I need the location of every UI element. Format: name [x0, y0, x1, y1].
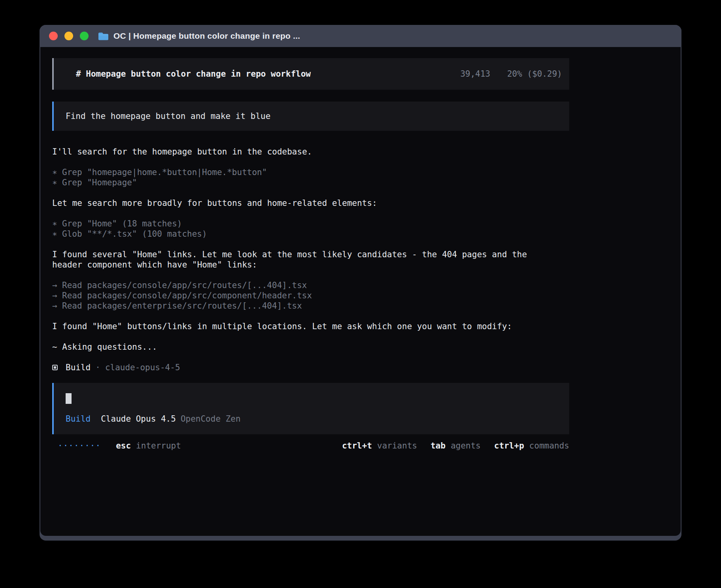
tool-call-group: ∗Grep "Home" (18 matches) ∗Glob "**/*.ts…: [52, 219, 545, 239]
token-count: 39,413: [460, 69, 490, 79]
agent-status-line: Build · claude-opus-4-5: [52, 362, 545, 373]
read-tool-line: →Read packages/console/app/src/routes/[.…: [52, 280, 545, 290]
hint-commands: ctrl+p commands: [494, 441, 569, 451]
assistant-text: I found several "Home" links. Let me loo…: [52, 249, 545, 270]
agent-model: claude-opus-4-5: [105, 362, 180, 373]
hint-label: agents: [451, 441, 481, 451]
read-arrow-icon: →: [52, 290, 62, 301]
hint-variants: ctrl+t variants: [342, 441, 417, 451]
spinner-dots: ········: [58, 441, 101, 451]
folder-icon: [98, 32, 109, 40]
tool-call-text: Glob "**/*.tsx" (100 matches): [62, 229, 207, 239]
tool-call-line: ∗Glob "**/*.tsx" (100 matches): [52, 229, 545, 239]
read-tool-text: Read packages/console/app/src/routes/[..…: [62, 281, 307, 290]
assistant-text: I'll search for the homepage button in t…: [52, 147, 545, 157]
agent-mode-label: Build: [66, 414, 91, 424]
tool-asterisk-icon: ∗: [52, 177, 62, 188]
hint-label: commands: [529, 441, 569, 451]
tool-call-group: ∗Grep "homepage|home.*button|Home.*butto…: [52, 167, 545, 188]
agent-name: Build: [66, 362, 91, 373]
hint-label: variants: [377, 441, 417, 451]
hint-key: ctrl+t: [342, 441, 372, 451]
status-bar: ········ esc interrupt ctrl+t variants t…: [52, 441, 569, 451]
assistant-text: Let me search more broadly for buttons a…: [52, 198, 545, 208]
esc-key-label: interrupt: [136, 441, 181, 451]
hint-key: ctrl+p: [494, 441, 524, 451]
read-arrow-icon: →: [52, 301, 62, 311]
tool-asterisk-icon: ∗: [52, 167, 62, 177]
tool-asterisk-icon: ∗: [52, 229, 62, 239]
tool-call-text: Grep "Homepage": [62, 178, 137, 187]
tool-call-text: Grep "Home" (18 matches): [62, 219, 182, 228]
separator-dot: ·: [95, 362, 100, 373]
asking-questions-status: ~ Asking questions...: [52, 342, 545, 352]
session-meta: 39,413 20% ($0.29): [460, 69, 562, 79]
read-tool-line: →Read packages/enterprise/src/routes/[..…: [52, 301, 545, 311]
minimize-button[interactable]: [64, 32, 73, 40]
hint-agents: tab agents: [430, 441, 481, 451]
user-message-text: Find the homepage button and make it blu…: [66, 111, 270, 121]
zoom-button[interactable]: [80, 32, 89, 40]
provider-name: OpenCode Zen: [181, 414, 241, 424]
tool-call-line: ∗Grep "Homepage": [52, 177, 545, 188]
prompt-input[interactable]: BuildClaude Opus 4.5OpenCode Zen: [52, 383, 569, 434]
tool-call-text: Grep "homepage|home.*button|Home.*button…: [62, 168, 267, 177]
read-tool-text: Read packages/console/app/src/component/…: [62, 291, 312, 300]
traffic-lights: [49, 32, 89, 40]
esc-key-hint: esc: [116, 441, 131, 451]
terminal-content: # Homepage button color change in repo w…: [40, 47, 681, 536]
tool-call-line: ∗Grep "Home" (18 matches): [52, 219, 545, 229]
session-header: # Homepage button color change in repo w…: [52, 58, 569, 90]
read-arrow-icon: →: [52, 280, 62, 290]
keyboard-hints: ctrl+t variants tab agents ctrl+p comman…: [342, 441, 569, 451]
user-message: Find the homepage button and make it blu…: [52, 102, 569, 131]
model-name: Claude Opus 4.5: [101, 414, 176, 424]
tool-asterisk-icon: ∗: [52, 219, 62, 229]
terminal-window: OC | Homepage button color change in rep…: [40, 25, 681, 541]
session-content: # Homepage button color change in repo w…: [52, 58, 569, 451]
read-tool-group: →Read packages/console/app/src/routes/[.…: [52, 280, 545, 311]
agent-status-icon: [52, 365, 58, 370]
session-title: # Homepage button color change in repo w…: [76, 69, 311, 79]
tool-call-line: ∗Grep "homepage|home.*button|Home.*butto…: [52, 167, 545, 177]
close-button[interactable]: [49, 32, 58, 40]
titlebar[interactable]: OC | Homepage button color change in rep…: [40, 25, 681, 47]
hint-key: tab: [430, 441, 445, 451]
read-tool-line: →Read packages/console/app/src/component…: [52, 290, 545, 301]
context-usage: 20% ($0.29): [507, 69, 562, 79]
assistant-text: I found "Home" buttons/links in multiple…: [52, 321, 545, 332]
model-status-line: BuildClaude Opus 4.5OpenCode Zen: [66, 414, 557, 424]
read-tool-text: Read packages/enterprise/src/routes/[...…: [62, 301, 302, 311]
text-cursor: [66, 393, 72, 404]
window-title: OC | Homepage button color change in rep…: [113, 31, 300, 41]
